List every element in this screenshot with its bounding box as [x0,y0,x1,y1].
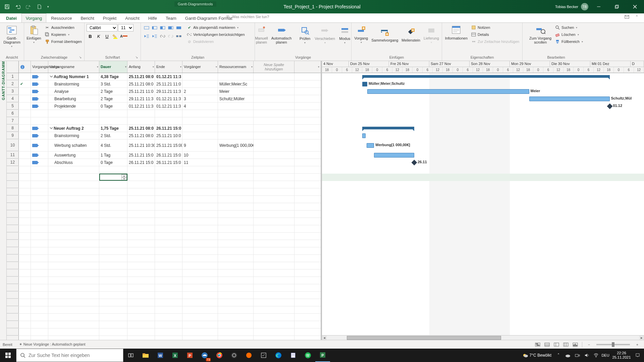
row-header[interactable] [7,247,19,254]
row-header[interactable] [7,269,19,277]
select-all-corner[interactable] [7,61,19,73]
cell-mode[interactable] [31,152,48,159]
cell-duration[interactable]: 2 Std. [99,132,127,139]
insert-summary-button[interactable]: Sammelvorgang [370,26,399,43]
cell-start[interactable]: 29.11.21 11:3 [127,95,155,102]
bold-button[interactable]: B [87,33,94,40]
cell-duration[interactable]: 2 Tage [99,88,127,95]
clear-button[interactable]: Löschen▾ [553,31,584,38]
cell-duration[interactable] [99,166,127,173]
information-button[interactable]: Informationen [444,24,469,41]
row-header[interactable]: 3 [7,88,19,95]
col-add-new[interactable]: Neue Spalte hinzufügen [254,61,294,73]
cell-name[interactable]: Bearbeitung [48,95,99,102]
cell-mode[interactable] [31,117,48,124]
tray-wifi-icon[interactable] [592,349,600,362]
cell-name[interactable]: Projektende [48,103,99,110]
cell-info[interactable] [19,110,31,117]
cell-info[interactable] [19,88,31,95]
obs-icon[interactable] [227,349,241,362]
table-row[interactable]: 10Werbung schalten4 Std.25.11.21 10:3025… [7,139,321,152]
cell-duration[interactable] [99,203,127,210]
row-header[interactable] [7,240,19,247]
cell-duration[interactable]: 0 Tage [99,103,127,110]
row-header[interactable] [7,299,19,306]
split-button[interactable] [175,33,182,40]
table-row[interactable] [7,277,321,284]
close-button[interactable] [627,0,643,13]
view-gantt-icon[interactable] [534,341,542,348]
scroll-right-icon[interactable]: ► [639,336,644,340]
table-row[interactable] [7,306,321,314]
cell-duration[interactable]: 1 Tag [99,152,127,159]
cell-mode[interactable] [31,88,48,95]
gantt-summary-bar[interactable] [362,127,414,129]
row-header[interactable] [7,166,19,173]
cell-start[interactable] [127,110,155,117]
col-resource[interactable]: Ressourcennam▾ [218,61,254,73]
cell-duration[interactable]: 4 Std. [99,139,127,151]
tab-team[interactable]: Team [162,14,180,22]
table-row[interactable] [7,218,321,225]
cell-pred[interactable] [182,117,218,124]
tab-resource[interactable]: Ressource [47,14,76,22]
cell-pred[interactable]: 4 [182,103,218,110]
cell-mode[interactable] [31,110,48,117]
paste-button[interactable]: Einfügen ▾ [25,24,42,45]
status-schedule-mode[interactable]: ✶Neue Vorgänge : Automatisch geplant [19,342,86,347]
col-duration[interactable]: Dauer▾ [99,61,127,73]
cell-duration[interactable] [99,314,127,321]
cell-duration[interactable]: 3 Std. [99,80,127,87]
table-row[interactable] [7,262,321,269]
row-header[interactable]: 5 [7,103,19,110]
cell-name[interactable]: Brainstorming [48,80,99,87]
cell-resource[interactable] [218,110,254,117]
tray-chevron-icon[interactable]: ˄ [554,349,563,362]
gantt-task-bar[interactable] [367,89,529,94]
cell-name[interactable]: Neuer Auftrag 2 [48,125,99,132]
tray-onedrive-icon[interactable] [564,349,572,362]
cell-resource[interactable] [218,152,254,159]
cell-new[interactable] [254,125,294,132]
spin-down[interactable]: ▼ [121,177,127,180]
row-header[interactable] [7,225,19,232]
cell-name[interactable]: Auftrag Nummer 1 [48,73,99,80]
cell-end[interactable]: 29.11.21 11:3 [155,88,182,95]
notes-button[interactable]: Notizen [470,24,521,31]
taskbar-search[interactable] [16,349,123,362]
collapse-icon[interactable] [50,75,53,78]
table-row[interactable] [7,255,321,262]
row-header[interactable] [7,314,19,321]
table-row[interactable]: 11Auswertung1 Tag25.11.21 15:026.11.21 1… [7,152,321,159]
tab-help[interactable]: Hilfe [144,14,161,22]
cell-start[interactable]: 25.11.21 11:0 [127,88,155,95]
row-header[interactable]: 8 [7,125,19,132]
spin-up[interactable]: ▲ [121,174,127,177]
pct50-button[interactable] [159,24,166,32]
unlink-button[interactable] [167,33,174,40]
col-info[interactable]: i [19,61,31,73]
gantt-task-bar[interactable] [529,97,610,101]
link-button[interactable] [159,33,166,40]
cell-new[interactable] [254,132,294,139]
cell-duration[interactable] [99,292,127,299]
cell-end[interactable]: 01.12.21 11:3 [155,103,182,110]
table-row[interactable] [7,203,321,210]
outdent-button[interactable] [143,33,150,40]
gantt-chart-area[interactable]: Müller;Meier;Schultz Meier Schultz;Mül 0… [322,73,644,335]
cell-duration[interactable]: 1,75 Tage [99,125,127,132]
tab-task[interactable]: Vorgang [21,13,46,22]
font-color-button[interactable]: A [120,33,127,40]
powerpoint-icon[interactable]: P [182,349,197,362]
pct0-button[interactable] [143,24,150,32]
view-resource-sheet-icon[interactable] [562,341,570,348]
minimize-button[interactable] [591,0,606,13]
cell-name[interactable] [48,117,99,124]
timescale-header[interactable]: 4 NovDon 25 NovFre 26 NovSam 27 NovSon 2… [322,61,644,73]
table-row[interactable] [7,328,321,336]
gantt-task-bar[interactable] [367,143,374,148]
col-name[interactable]: Vorgangsname▾ [48,61,99,73]
save-icon[interactable] [3,2,11,11]
cell-pred[interactable] [182,80,218,87]
cell-new[interactable] [254,95,294,102]
